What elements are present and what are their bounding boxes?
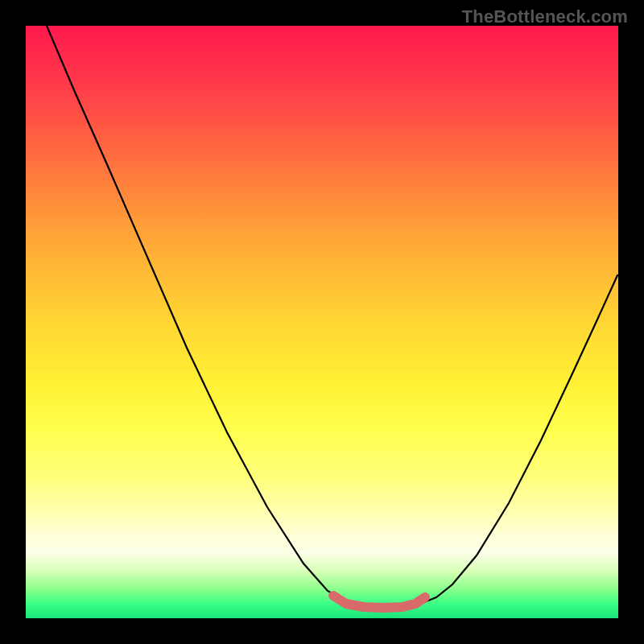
curve-left [47, 26, 344, 601]
curve-canvas [26, 26, 618, 618]
chart-frame: TheBottleneck.com [0, 0, 644, 644]
flat-segment [333, 596, 425, 608]
watermark-text: TheBottleneck.com [462, 6, 628, 27]
plot-area [26, 26, 618, 618]
curve-right [415, 275, 617, 604]
